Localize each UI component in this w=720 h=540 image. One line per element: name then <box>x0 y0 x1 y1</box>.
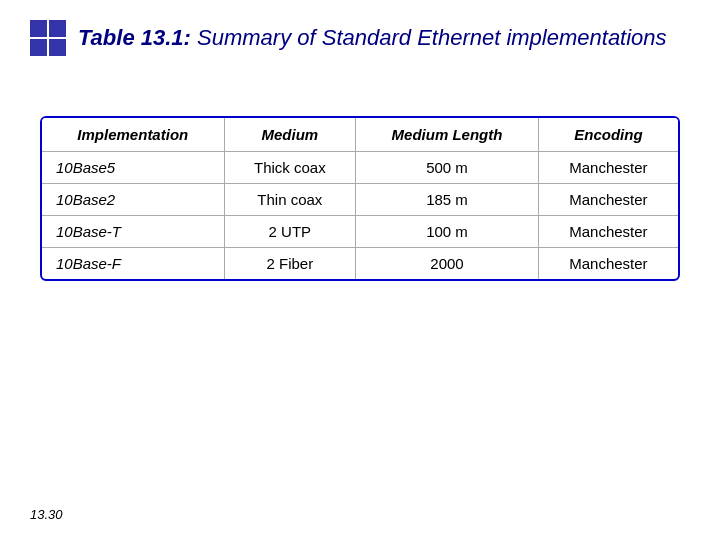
cell-encoding: Manchester <box>538 216 678 248</box>
page-container: Table 13.1: Summary of Standard Ethernet… <box>0 0 720 540</box>
cell-length: 2000 <box>356 248 539 280</box>
cell-length: 185 m <box>356 184 539 216</box>
svg-rect-0 <box>30 20 47 37</box>
cell-implementation: 10Base-T <box>42 216 224 248</box>
cell-medium: Thick coax <box>224 152 356 184</box>
cell-medium: Thin coax <box>224 184 356 216</box>
cell-medium: 2 Fiber <box>224 248 356 280</box>
title-subtitle: Summary of Standard Ethernet implementat… <box>197 25 667 50</box>
cell-encoding: Manchester <box>538 248 678 280</box>
title-label: Table 13.1: <box>78 25 191 50</box>
cell-implementation: 10Base2 <box>42 184 224 216</box>
col-medium: Medium <box>224 118 356 152</box>
svg-rect-2 <box>30 39 47 56</box>
cell-implementation: 10Base-F <box>42 248 224 280</box>
col-medium-length: Medium Length <box>356 118 539 152</box>
table-row: 10Base5Thick coax500 mManchester <box>42 152 678 184</box>
footer-label: 13.30 <box>30 507 63 522</box>
table-row: 10Base-F2 Fiber2000Manchester <box>42 248 678 280</box>
cell-medium: 2 UTP <box>224 216 356 248</box>
cell-length: 500 m <box>356 152 539 184</box>
svg-rect-1 <box>49 20 66 37</box>
col-implementation: Implementation <box>42 118 224 152</box>
data-table-wrapper: Implementation Medium Medium Length Enco… <box>40 116 680 281</box>
cell-length: 100 m <box>356 216 539 248</box>
cell-encoding: Manchester <box>538 184 678 216</box>
table-icon <box>30 20 66 56</box>
header: Table 13.1: Summary of Standard Ethernet… <box>30 20 690 56</box>
page-title: Table 13.1: Summary of Standard Ethernet… <box>78 25 667 51</box>
col-encoding: Encoding <box>538 118 678 152</box>
cell-implementation: 10Base5 <box>42 152 224 184</box>
cell-encoding: Manchester <box>538 152 678 184</box>
ethernet-table: Implementation Medium Medium Length Enco… <box>42 118 678 279</box>
svg-rect-3 <box>49 39 66 56</box>
table-header-row: Implementation Medium Medium Length Enco… <box>42 118 678 152</box>
table-row: 10Base2Thin coax185 mManchester <box>42 184 678 216</box>
table-row: 10Base-T2 UTP100 mManchester <box>42 216 678 248</box>
